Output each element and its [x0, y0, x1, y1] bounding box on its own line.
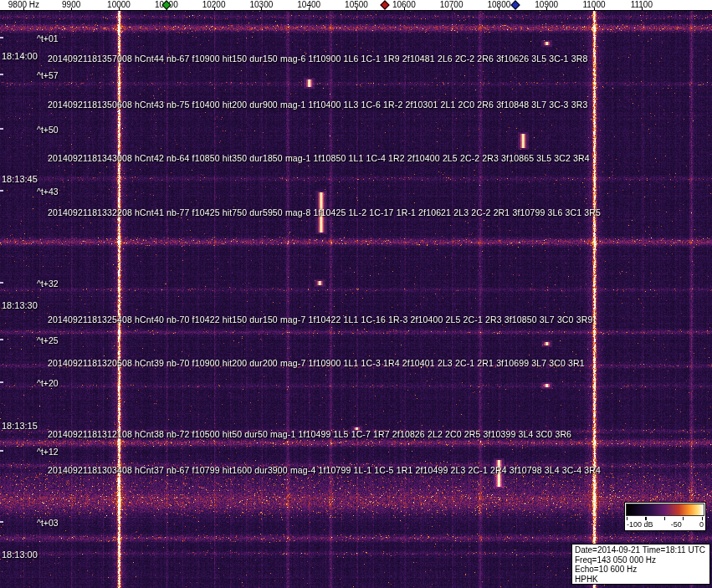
colorbar-label-mid: -50	[671, 520, 682, 529]
frequency-axis: 9800 Hz990010000101001020010300104001050…	[0, 0, 712, 11]
colorbar-label-min: -100 dB	[627, 520, 653, 529]
colorbar-legend: -100 dB -50 0	[624, 502, 706, 531]
blue-diamond-marker-icon[interactable]	[511, 0, 520, 9]
freq-tick-mark	[356, 8, 357, 10]
red-diamond-marker-icon[interactable]	[380, 0, 389, 9]
spectrogram-app: 9800 Hz990010000101001020010300104001050…	[0, 0, 712, 588]
freq-tick-mark	[261, 8, 262, 10]
colorbar-labels: -100 dB -50 0	[625, 520, 705, 530]
freq-tick-mark	[642, 8, 643, 10]
freq-tick-mark	[214, 8, 215, 10]
freq-tick-mark	[23, 8, 24, 10]
spectrogram-canvas[interactable]	[0, 11, 712, 588]
info-date-time: Date=2014-09-21 Time=18:11 UTC	[575, 545, 707, 555]
freq-tick-mark	[71, 8, 72, 10]
freq-tick-mark	[309, 8, 310, 10]
freq-tick-mark	[404, 8, 405, 10]
info-frequency: Freq=143 050 000 Hz	[575, 555, 707, 565]
info-station-id: HPHK	[575, 575, 707, 585]
colorbar-gradient	[626, 504, 704, 516]
freq-tick-mark	[119, 8, 120, 10]
status-info-box: Date=2014-09-21 Time=18:11 UTC Freq=143 …	[571, 544, 710, 585]
freq-tick-mark	[594, 8, 595, 10]
freq-tick-mark	[452, 8, 453, 10]
freq-tick-mark	[499, 8, 499, 10]
info-echo-frequency: Echo=10 600 Hz	[575, 565, 707, 575]
freq-tick-mark	[546, 8, 547, 10]
colorbar-label-max: 0	[699, 520, 704, 529]
